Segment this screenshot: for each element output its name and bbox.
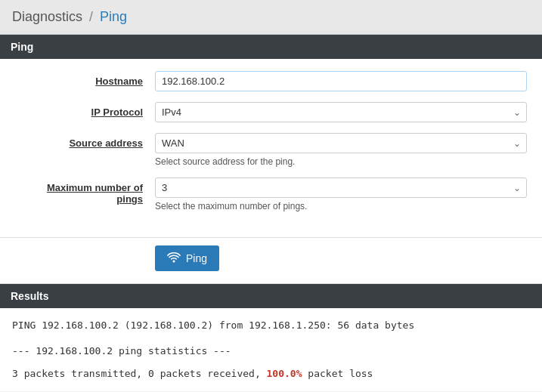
results-line3-suffix: packet loss — [302, 368, 373, 379]
ping-wifi-icon — [167, 251, 181, 266]
ip-protocol-select-wrap: IPv4 IPv6 ⌄ — [155, 102, 527, 122]
max-pings-select[interactable]: 1 2 3 4 5 10 — [155, 177, 527, 198]
breadcrumb: Diagnostics / Ping — [0, 0, 542, 35]
breadcrumb-separator: / — [89, 9, 93, 24]
ping-section-header: Ping — [0, 35, 542, 59]
hostname-row: Hostname — [0, 71, 542, 91]
results-line3-highlight: 100.0% — [267, 368, 302, 379]
source-address-select[interactable]: WAN LAN Any — [155, 133, 527, 153]
max-pings-row: Maximum number ofpings 1 2 3 4 5 10 ⌄ Se… — [0, 177, 542, 211]
breadcrumb-current: Ping — [100, 9, 127, 24]
results-section-title: Results — [11, 290, 49, 302]
source-address-select-wrap: WAN LAN Any ⌄ — [155, 133, 527, 153]
max-pings-label: Maximum number ofpings — [15, 177, 155, 205]
results-line2: --- 192.168.100.2 ping statistics --- — [12, 343, 530, 360]
max-pings-hint: Select the maximum number of pings. — [155, 201, 527, 211]
ip-protocol-row: IP Protocol IPv4 IPv6 ⌄ — [0, 102, 542, 122]
ping-button-label: Ping — [186, 252, 207, 264]
ping-section-title: Ping — [11, 41, 33, 53]
ip-protocol-label: IP Protocol — [15, 102, 155, 118]
results-section: PING 192.168.100.2 (192.168.100.2) from … — [0, 308, 542, 391]
max-pings-control: 1 2 3 4 5 10 ⌄ Select the maximum number… — [155, 177, 527, 211]
source-address-control: WAN LAN Any ⌄ Select source address for … — [155, 133, 527, 167]
results-section-header: Results — [0, 284, 542, 308]
breadcrumb-home: Diagnostics — [12, 9, 82, 24]
ip-protocol-control: IPv4 IPv6 ⌄ — [155, 102, 527, 122]
hostname-label: Hostname — [15, 71, 155, 87]
ping-form: Hostname IP Protocol IPv4 IPv6 ⌄ Source … — [0, 59, 542, 238]
source-address-row: Source address WAN LAN Any ⌄ Select sour… — [0, 133, 542, 167]
source-address-label: Source address — [15, 133, 155, 149]
results-line3: 3 packets transmitted, 0 packets receive… — [12, 366, 530, 382]
source-address-hint: Select source address for the ping. — [155, 156, 527, 167]
max-pings-select-wrap: 1 2 3 4 5 10 ⌄ — [155, 177, 527, 198]
ping-button-row: Ping — [0, 238, 542, 284]
results-line1: PING 192.168.100.2 (192.168.100.2) from … — [12, 317, 530, 334]
hostname-input[interactable] — [155, 71, 527, 91]
results-content: PING 192.168.100.2 (192.168.100.2) from … — [0, 308, 542, 391]
ip-protocol-select[interactable]: IPv4 IPv6 — [155, 102, 527, 122]
ping-button[interactable]: Ping — [155, 245, 219, 271]
results-line3-prefix: 3 packets transmitted, 0 packets receive… — [12, 368, 267, 379]
hostname-control — [155, 71, 527, 91]
